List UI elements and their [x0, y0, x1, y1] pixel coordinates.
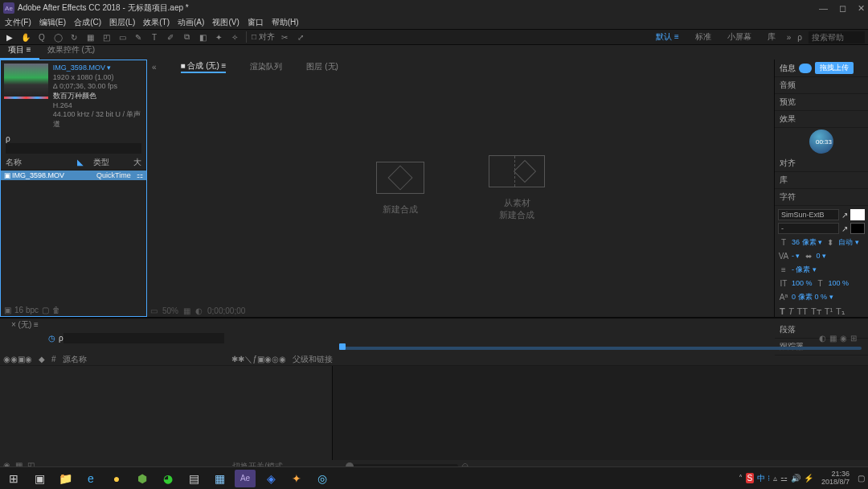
- menu-effect[interactable]: 效果(T): [143, 17, 170, 28]
- orbit-tool-icon[interactable]: ◯: [51, 31, 64, 43]
- superscript-button[interactable]: T¹: [825, 306, 833, 317]
- rotate-tool-icon[interactable]: ↻: [68, 31, 80, 43]
- tsume-value[interactable]: 0 % ▾: [815, 293, 833, 301]
- channel-icon[interactable]: ◐: [195, 306, 203, 315]
- library-panel-header[interactable]: 库: [775, 172, 868, 189]
- wechat-icon[interactable]: ◕: [158, 470, 178, 487]
- italic-button[interactable]: T: [788, 306, 794, 317]
- type-tool-icon[interactable]: T: [148, 31, 161, 43]
- app-icon-2[interactable]: ⬢: [132, 470, 153, 487]
- tray-chevron-icon[interactable]: ˄: [739, 474, 743, 483]
- preview-panel-header[interactable]: 预览: [775, 94, 868, 111]
- vscale-value[interactable]: 100 %: [792, 279, 813, 287]
- menu-layer[interactable]: 图层(L): [109, 17, 135, 28]
- volume-icon[interactable]: 🔊: [791, 474, 800, 483]
- ime-icon[interactable]: S: [746, 473, 755, 483]
- magnification-icon[interactable]: ▭: [150, 306, 158, 315]
- stroke-color-swatch[interactable]: [850, 223, 865, 234]
- workspace-library[interactable]: 库: [763, 30, 780, 44]
- camera-tool-icon[interactable]: ▦: [84, 31, 96, 43]
- grid-icon[interactable]: ▦: [183, 306, 190, 315]
- snap-toggle[interactable]: □ 对齐: [252, 31, 275, 43]
- timeline-timecode-icon[interactable]: ◷: [48, 334, 55, 343]
- new-folder-icon[interactable]: ▢: [42, 306, 49, 314]
- notification-icon[interactable]: ▢: [858, 474, 865, 483]
- edge-icon[interactable]: e: [80, 470, 101, 487]
- subscript-button[interactable]: T₁: [836, 306, 845, 317]
- help-search-input[interactable]: [809, 31, 865, 43]
- start-button[interactable]: ⊞: [3, 470, 24, 487]
- brush-tool-icon[interactable]: ✐: [164, 31, 177, 43]
- app-icon-1[interactable]: ●: [106, 470, 127, 487]
- pan-behind-tool-icon[interactable]: ◰: [100, 31, 113, 43]
- cloud-icon[interactable]: [799, 64, 812, 73]
- column-type[interactable]: 类型: [93, 157, 133, 168]
- power-icon[interactable]: ⚡: [804, 474, 813, 483]
- workspace-chevron-icon[interactable]: »: [787, 33, 792, 42]
- character-panel-header[interactable]: 字符: [775, 189, 868, 206]
- timeline-tab-none[interactable]: × (无) ≡: [5, 318, 45, 332]
- tray-icon-1[interactable]: ▵: [773, 474, 777, 483]
- tab-render-queue[interactable]: 渲染队列: [250, 61, 282, 72]
- new-comp-from-footage-button[interactable]: 从素材 新建合成: [489, 155, 545, 221]
- timecode-display[interactable]: 0;00;00;00: [207, 306, 245, 315]
- menu-view[interactable]: 视图(V): [212, 17, 239, 28]
- menu-help[interactable]: 帮助(H): [272, 17, 299, 28]
- file-explorer-icon[interactable]: 📁: [55, 470, 76, 487]
- eyedropper-icon[interactable]: ↗: [841, 211, 848, 220]
- workspace-standard[interactable]: 标准: [690, 30, 716, 44]
- parent-column[interactable]: 父级和链接: [293, 354, 333, 365]
- menu-composition[interactable]: 合成(C): [74, 17, 101, 28]
- menu-animation[interactable]: 动画(A): [178, 17, 204, 28]
- hscale-value[interactable]: 100 %: [829, 279, 850, 287]
- menu-edit[interactable]: 编辑(E): [39, 17, 66, 28]
- delete-icon[interactable]: 🗑: [52, 306, 60, 314]
- pen-tool-icon[interactable]: ✎: [132, 31, 145, 43]
- stroke-width-value[interactable]: - 像素 ▾: [792, 265, 817, 275]
- app-icon-4[interactable]: ▦: [209, 470, 230, 487]
- tl-tool-1-icon[interactable]: ◐: [819, 334, 826, 343]
- clone-tool-icon[interactable]: ⧉: [180, 31, 193, 43]
- font-style-dropdown[interactable]: -: [778, 223, 839, 234]
- bpc-toggle[interactable]: 16 bpc: [14, 306, 39, 314]
- layer-name-column[interactable]: 源名称: [63, 354, 87, 365]
- extra-tool-2-icon[interactable]: ⤢: [294, 31, 307, 43]
- app-icon-5[interactable]: ◈: [260, 470, 281, 487]
- av-toggle-icons[interactable]: ◉◉▣◉: [3, 355, 32, 364]
- resolution-dropdown[interactable]: 50%: [162, 306, 178, 315]
- workspace-small[interactable]: 小屏幕: [723, 30, 756, 44]
- timeline-search-input[interactable]: [63, 333, 224, 343]
- new-composition-button[interactable]: 新建合成: [376, 162, 424, 216]
- project-item-row[interactable]: ▣ IMG_3598.MOV QuickTime ⚏: [1, 171, 146, 180]
- audio-panel-header[interactable]: 音频: [775, 77, 868, 94]
- zoom-tool-icon[interactable]: Q: [35, 31, 48, 43]
- hand-tool-icon[interactable]: ✋: [19, 31, 32, 43]
- workspace-default[interactable]: 默认 ≡: [651, 30, 684, 44]
- roto-tool-icon[interactable]: ✦: [212, 31, 225, 43]
- item-menu-icon[interactable]: ⚏: [137, 171, 143, 179]
- interpret-footage-icon[interactable]: ▣: [4, 306, 11, 314]
- smallcaps-button[interactable]: Tᴛ: [811, 306, 821, 317]
- leading-value[interactable]: 自动 ▾: [838, 237, 859, 248]
- ime-indicator[interactable]: 中 ⁝: [757, 473, 770, 484]
- menu-file[interactable]: 文件(F): [5, 17, 31, 28]
- bold-button[interactable]: T: [780, 306, 785, 317]
- fill-color-swatch[interactable]: [850, 209, 865, 220]
- close-button[interactable]: ✕: [858, 3, 865, 14]
- effects-panel-header[interactable]: 效果: [775, 111, 868, 128]
- layer-label-icon[interactable]: ◆: [39, 355, 45, 364]
- font-family-dropdown[interactable]: SimSun-ExtB: [778, 209, 839, 220]
- rect-tool-icon[interactable]: ▭: [116, 31, 129, 43]
- system-clock[interactable]: 21:36 2018/8/7: [817, 471, 854, 487]
- menu-window[interactable]: 窗口: [248, 17, 264, 28]
- network-icon[interactable]: ⚍: [780, 474, 788, 483]
- tab-composition[interactable]: ■ 合成 (无) ≡: [181, 60, 227, 73]
- tl-tool-4-icon[interactable]: ⊞: [850, 334, 857, 343]
- info-panel-label[interactable]: 信息: [780, 63, 796, 74]
- comp-tabbar-chevron-icon[interactable]: «: [152, 63, 157, 72]
- allcaps-button[interactable]: TT: [796, 306, 807, 317]
- upload-button[interactable]: 拖拽上传: [815, 62, 854, 74]
- puppet-tool-icon[interactable]: ✧: [228, 31, 241, 43]
- maximize-button[interactable]: ◻: [839, 3, 846, 14]
- app-icon-7[interactable]: ◎: [312, 470, 333, 487]
